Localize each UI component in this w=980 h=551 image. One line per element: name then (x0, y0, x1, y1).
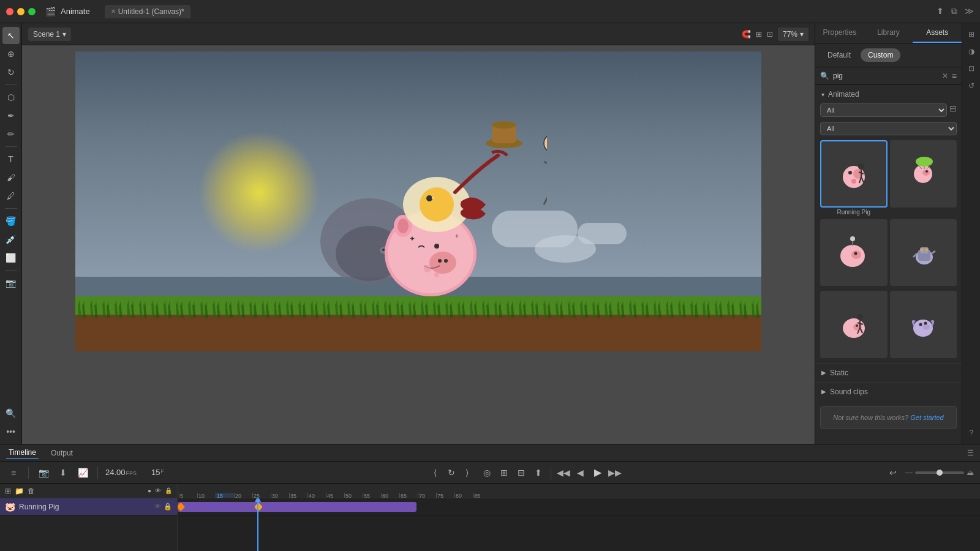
nav-prev-icon[interactable]: ⟨ (428, 465, 443, 480)
tab-timeline[interactable]: Timeline (6, 447, 39, 459)
close-button[interactable] (6, 8, 13, 15)
search-input[interactable] (833, 72, 938, 80)
nav-next-icon[interactable]: ⟩ (460, 465, 475, 480)
animated-section-header[interactable]: ▾ Animated (815, 85, 962, 101)
sound-clips-section-header[interactable]: ▶ Sound clips (815, 382, 962, 401)
scrubber-area: — ⛰ (905, 468, 974, 477)
asset-thumb-2[interactable] (890, 140, 957, 208)
play-forward-icon[interactable]: ▶▶ (608, 465, 622, 480)
track-content[interactable] (178, 498, 980, 551)
settings-icon[interactable]: ⊟ (514, 465, 529, 480)
tool-divider-1 (5, 84, 17, 85)
custom-button[interactable]: Custom (861, 48, 900, 62)
zoom-control[interactable]: 77% ▾ (778, 28, 809, 41)
fullscreen-icon[interactable]: ⧉ (951, 6, 957, 17)
pen-tool[interactable]: ✒ (2, 107, 20, 124)
loop-icon[interactable]: ↻ (444, 465, 459, 480)
color-icon[interactable]: ◑ (964, 44, 979, 59)
camera-record-icon[interactable]: 📷 (36, 465, 51, 480)
default-button[interactable]: Default (820, 48, 858, 62)
svg-point-34 (858, 163, 864, 170)
help-icon[interactable]: ? (964, 425, 979, 440)
rotate-tool[interactable]: ↻ (2, 64, 20, 81)
static-section-header[interactable]: ▶ Static (815, 363, 962, 382)
title-bar: 🎬 Animate ✕ Untitled-1 (Canvas)* ⬆ ⧉ ≫ (0, 0, 980, 23)
scrubber-thumb[interactable] (937, 470, 943, 476)
ruler-mark-15: 15 (216, 493, 234, 498)
minimize-button[interactable] (17, 8, 24, 15)
eraser-tool[interactable]: ⬜ (2, 249, 20, 266)
play-button[interactable]: ▶ (590, 465, 605, 480)
document-tab[interactable]: ✕ Untitled-1 (Canvas)* (105, 5, 190, 18)
extend-icon[interactable]: ≫ (965, 6, 974, 17)
tab-assets[interactable]: Assets (913, 23, 962, 43)
zoom-tool[interactable]: 🔍 (2, 405, 20, 422)
transform-tool[interactable]: ⊕ (2, 45, 20, 62)
filter-select-2[interactable]: All (820, 122, 957, 135)
ruler: 5 10 15 20 25 30 (178, 484, 980, 498)
graph-icon[interactable]: 📈 (75, 465, 90, 480)
ink-tool[interactable]: 🖊 (2, 187, 20, 204)
toolbar-align-icon[interactable]: ⊡ (767, 30, 773, 39)
svg-point-48 (854, 252, 857, 255)
more-tools[interactable]: ••• (2, 423, 20, 440)
asset-thumb-1[interactable] (820, 140, 888, 208)
frame-by-frame-icon[interactable]: ⊞ (497, 465, 511, 480)
list-view-icon[interactable]: ≡ (952, 71, 957, 81)
filter-icon[interactable]: ⊟ (949, 103, 957, 117)
layer-lock-icon[interactable]: 🔒 (165, 487, 172, 494)
track-visible-icon[interactable]: 👁 (154, 503, 161, 511)
asset-thumb-4[interactable] (890, 219, 957, 287)
text-tool[interactable]: T (2, 151, 20, 168)
layer-visible-icon[interactable]: 👁 (155, 487, 161, 494)
delete-layer-icon[interactable]: 🗑 (28, 487, 35, 495)
properties-expand-icon[interactable]: ⊞ (964, 27, 979, 42)
align-icon[interactable]: ⊡ (964, 61, 979, 76)
scrubber-track[interactable] (915, 471, 964, 474)
maximize-button[interactable] (28, 8, 36, 15)
track-row-running-pig[interactable]: 🐷 Running Pig 👁 🔒 (0, 498, 177, 515)
ruler-mark-25: 25 (252, 493, 271, 498)
step-back-icon[interactable]: ◀ (573, 465, 588, 480)
track-lock-icon[interactable]: 🔒 (164, 503, 172, 511)
tab-properties[interactable]: Properties (815, 23, 864, 43)
pencil-tool[interactable]: ✏ (2, 126, 20, 143)
onion-skin-icon[interactable]: ◎ (480, 465, 494, 480)
help-link[interactable]: Get started (910, 414, 943, 421)
asset-thumb-6[interactable] (890, 291, 957, 358)
add-layer-icon[interactable]: ⊞ (5, 487, 11, 495)
select-tool[interactable]: ↖ (2, 27, 20, 44)
filter-select-1[interactable]: All (820, 103, 947, 117)
toolbar-snap-icon[interactable]: 🧲 (742, 30, 751, 39)
timeline-menu-icon[interactable]: ☰ (967, 449, 974, 457)
insert-keyframe-icon[interactable]: ⬇ (56, 465, 70, 480)
undo-icon[interactable]: ↩ (886, 465, 900, 480)
play-reverse-icon[interactable]: ◀◀ (556, 465, 571, 480)
playback-buttons: ◎ ⊞ ⊟ ⬆ ◀◀ ◀ ▶ ▶▶ (480, 465, 622, 480)
scene-selector[interactable]: Scene 1 ▾ (28, 28, 71, 41)
asset-thumb-5[interactable] (820, 291, 888, 358)
lasso-tool[interactable]: ⬡ (2, 89, 20, 106)
tab-library[interactable]: Library (864, 23, 913, 43)
ruler-mark-35: 35 (289, 493, 307, 498)
search-clear-icon[interactable]: ✕ (942, 72, 948, 80)
asset-label-3 (820, 286, 888, 288)
export-icon[interactable]: ⬆ (531, 465, 546, 480)
transform-icon[interactable]: ↺ (964, 78, 979, 93)
brush-tool[interactable]: 🖌 (2, 169, 20, 186)
camera-tool[interactable]: 📷 (2, 274, 20, 291)
eyedropper-tool[interactable]: 💉 (2, 231, 20, 248)
ruler-mark-5: 5 (179, 493, 197, 498)
tab-output[interactable]: Output (48, 448, 75, 459)
share-icon[interactable]: ⬆ (937, 6, 944, 17)
paint-bucket-tool[interactable]: 🪣 (2, 212, 20, 230)
tab-close-icon[interactable]: ✕ (111, 8, 116, 15)
add-folder-icon[interactable]: 📁 (15, 487, 24, 495)
toolbar-grid-icon[interactable]: ⊞ (756, 30, 762, 39)
canvas-area[interactable]: ✦ + (22, 45, 815, 444)
ruler-mark-75: 75 (436, 493, 454, 498)
layer-mode-icon[interactable]: ● (148, 487, 151, 494)
asset-thumb-3[interactable] (820, 219, 888, 287)
track-thumb-icon: 🐷 (5, 502, 15, 512)
layers-icon[interactable]: ≡ (6, 465, 21, 480)
